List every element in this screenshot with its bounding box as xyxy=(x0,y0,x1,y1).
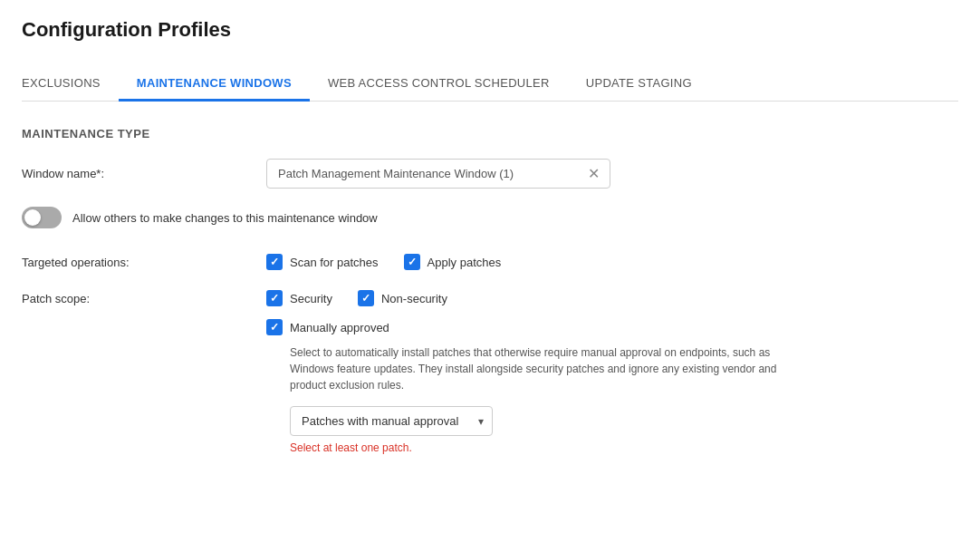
security-label: Security xyxy=(290,292,332,305)
manually-approved-description: Select to automatically install patches … xyxy=(290,344,779,393)
page-title: Configuration Profiles xyxy=(22,18,958,42)
tab-maintenance-windows[interactable]: MAINTENANCE WINDOWS xyxy=(119,67,310,102)
manually-approved-label: Manually approved xyxy=(290,321,389,334)
scan-for-patches-checkbox[interactable]: ✓ xyxy=(266,254,283,270)
patch-scope-right: ✓ Security ✓ Non-security xyxy=(266,290,779,454)
section-title: MAINTENANCE TYPE xyxy=(22,127,958,140)
security-checkbox[interactable]: ✓ xyxy=(266,290,283,306)
non-security-checkmark: ✓ xyxy=(361,293,370,304)
tabs-bar: EXCLUSIONS MAINTENANCE WINDOWS WEB ACCES… xyxy=(22,67,958,102)
page-container: Configuration Profiles EXCLUSIONS MAINTE… xyxy=(0,0,980,490)
security-checkmark: ✓ xyxy=(270,293,279,304)
non-security-label: Non-security xyxy=(381,292,447,305)
allow-others-row: Allow others to make changes to this mai… xyxy=(22,207,958,228)
validation-error: Select at least one patch. xyxy=(290,441,779,454)
targeted-operations-label: Targeted operations: xyxy=(22,254,266,270)
content-area: MAINTENANCE TYPE Window name*: ✕ Allow o… xyxy=(22,102,958,490)
patch-scope-row: Patch scope: ✓ Security ✓ Non-securit xyxy=(22,290,958,454)
non-security-checkbox[interactable]: ✓ xyxy=(358,290,374,306)
toggle-knob xyxy=(24,209,41,226)
window-name-row: Window name*: ✕ xyxy=(22,159,958,189)
clear-window-name-button[interactable]: ✕ xyxy=(584,165,603,183)
patches-dropdown[interactable]: Patches with manual approval All patches… xyxy=(290,406,493,436)
scan-for-patches-label: Scan for patches xyxy=(290,256,379,269)
apply-patches-checkmark: ✓ xyxy=(408,257,417,267)
tab-update-staging[interactable]: UPDATE STAGING xyxy=(568,67,710,102)
security-item[interactable]: ✓ Security xyxy=(266,290,332,306)
window-name-input-wrapper: ✕ xyxy=(266,159,610,189)
tab-web-access-control[interactable]: WEB ACCESS CONTROL SCHEDULER xyxy=(310,67,568,102)
allow-others-toggle[interactable] xyxy=(22,207,62,228)
manually-approved-check-row: ✓ Manually approved xyxy=(266,319,779,335)
apply-patches-item[interactable]: ✓ Apply patches xyxy=(404,254,502,270)
patch-scope-inline-row: ✓ Security ✓ Non-security xyxy=(266,290,779,306)
window-name-label: Window name*: xyxy=(22,167,266,180)
patches-dropdown-container: Patches with manual approval All patches… xyxy=(290,406,493,436)
patches-dropdown-wrapper: Patches with manual approval All patches… xyxy=(290,406,779,436)
non-security-item[interactable]: ✓ Non-security xyxy=(358,290,447,306)
window-name-input[interactable] xyxy=(266,159,610,189)
apply-patches-checkbox[interactable]: ✓ xyxy=(404,254,420,270)
targeted-operations-row: Targeted operations: ✓ Scan for patches … xyxy=(22,254,958,270)
patch-scope-label: Patch scope: xyxy=(22,290,266,454)
manually-approved-checkmark: ✓ xyxy=(270,322,279,333)
manually-approved-checkbox[interactable]: ✓ xyxy=(266,319,283,335)
manually-approved-section: ✓ Manually approved Select to automatica… xyxy=(266,319,779,454)
tab-exclusions[interactable]: EXCLUSIONS xyxy=(22,67,119,102)
targeted-operations-checkboxes: ✓ Scan for patches ✓ Apply patches xyxy=(266,254,501,270)
allow-others-label: Allow others to make changes to this mai… xyxy=(72,211,378,225)
scan-for-patches-item[interactable]: ✓ Scan for patches xyxy=(266,254,379,270)
apply-patches-label: Apply patches xyxy=(428,256,502,269)
scan-for-patches-checkmark: ✓ xyxy=(270,257,279,267)
